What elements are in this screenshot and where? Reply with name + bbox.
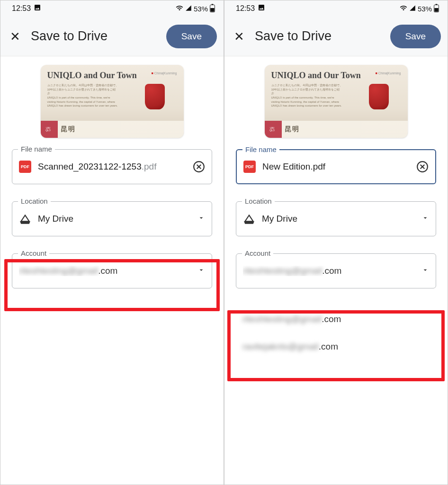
phone-screen-right: 12:53 53% ✕ Save to Drive Save ■ China|K… [224, 0, 448, 485]
location-label: Location [242, 197, 275, 205]
preview-subtext: ユニクロと私たちの街。今回は中国・雲南省の古都で、10年以上前からユニクロが愛さ… [47, 83, 118, 108]
preview-subtext: ユニクロと私たちの街。今回は中国・雲南省の古都で、10年以上前からユニクロが愛さ… [271, 83, 342, 108]
filename-field[interactable]: File name PDF New Edition.pdf [236, 149, 436, 184]
header: ✕ Save to Drive Save [224, 17, 448, 56]
chevron-down-icon [197, 214, 205, 224]
filename-label: File name [18, 145, 55, 153]
status-bar: 12:53 53% [224, 0, 448, 17]
account-label: Account [242, 249, 273, 257]
drive-icon [19, 213, 31, 225]
clear-icon[interactable] [416, 161, 429, 173]
filename-field[interactable]: File name PDF Scanned_20231122-1253.pdf [12, 149, 212, 184]
clear-icon[interactable] [193, 161, 205, 173]
page-title: Save to Drive [255, 29, 380, 44]
tutorial-highlight [227, 310, 445, 381]
preview-region-tag: ■ China|Kunming [152, 72, 177, 75]
document-preview[interactable]: ■ China|Kunming UNIQLO and Our Town ユニクロ… [265, 65, 408, 138]
signal-icon [185, 5, 192, 13]
filename-value: Scanned_20231122-1253.pdf [38, 162, 186, 172]
drive-icon [243, 213, 255, 225]
battery-icon [434, 4, 439, 14]
account-field[interactable]: Account riteshtesting@gmail.com [236, 253, 436, 288]
svg-rect-1 [212, 4, 214, 5]
chevron-down-icon [421, 266, 429, 276]
preview-ornament [145, 84, 165, 109]
preview-strip: UNIQLO 昆明 [265, 121, 408, 138]
location-value: My Drive [38, 214, 191, 224]
save-button[interactable]: Save [166, 25, 217, 48]
status-bar: 12:53 53% [0, 0, 224, 17]
svg-rect-2 [210, 8, 214, 12]
location-label: Location [18, 197, 51, 205]
chevron-down-icon [421, 214, 429, 224]
filename-value: New Edition.pdf [262, 162, 410, 172]
tutorial-highlight [4, 259, 220, 311]
location-field[interactable]: Location My Drive [236, 201, 436, 236]
pdf-icon: PDF [19, 161, 31, 173]
account-value: riteshtesting@gmail.com [243, 266, 415, 276]
svg-rect-6 [434, 8, 438, 12]
preview-ornament [369, 84, 389, 109]
account-label: Account [18, 249, 49, 257]
document-preview[interactable]: ■ China|Kunming UNIQLO and Our Town ユニクロ… [41, 65, 184, 138]
status-time: 12:53 [236, 4, 255, 13]
location-field[interactable]: Location My Drive [12, 201, 212, 236]
screenshot-icon [258, 4, 265, 13]
battery-pct: 53% [194, 5, 208, 13]
content-area: ■ China|Kunming UNIQLO and Our Town ユニクロ… [224, 56, 448, 485]
signal-icon [409, 5, 416, 13]
close-icon[interactable]: ✕ [234, 30, 244, 43]
save-button[interactable]: Save [390, 25, 441, 48]
close-icon[interactable]: ✕ [10, 30, 20, 43]
status-time: 12:53 [12, 4, 31, 13]
phone-screen-left: 12:53 53% ✕ Save to Drive Save ■ China|K… [0, 0, 224, 485]
preview-strip: UNIQLO 昆明 [41, 121, 184, 138]
header: ✕ Save to Drive Save [0, 17, 224, 56]
battery-icon [210, 4, 215, 14]
screenshot-icon [34, 4, 41, 13]
location-value: My Drive [262, 214, 415, 224]
filename-label: File name [242, 145, 279, 153]
page-title: Save to Drive [31, 29, 156, 44]
svg-rect-5 [436, 4, 438, 5]
wifi-icon [176, 4, 183, 13]
pdf-icon: PDF [243, 161, 256, 173]
battery-pct: 53% [418, 5, 432, 13]
preview-region-tag: ■ China|Kunming [376, 72, 401, 75]
wifi-icon [400, 4, 407, 13]
